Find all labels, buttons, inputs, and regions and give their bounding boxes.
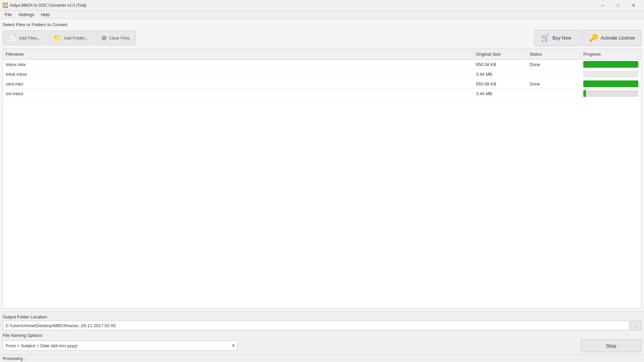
file-list-container: Filename Original Size Status Progress I…: [3, 49, 641, 309]
add-files-icon: 📄: [8, 34, 17, 42]
menu-bar: File Settings Help: [0, 11, 644, 19]
cell-size: 650.58 KB: [473, 80, 527, 88]
status-bar: Processing...: [0, 355, 644, 362]
app-icon: 📧: [3, 3, 8, 8]
cell-filename: sent.mbx: [3, 80, 473, 88]
progress-bar-container: [583, 90, 638, 97]
table-row: Intuit.mbox3.44 MB: [3, 69, 641, 79]
menu-settings[interactable]: Settings: [15, 11, 38, 18]
progress-bar-fill: [583, 80, 638, 87]
cell-size: 650.58 KB: [473, 60, 527, 69]
cell-size: 3.44 MB: [473, 89, 527, 98]
naming-row: From + Subject + Date (dd-mm-yyyy)Subjec…: [3, 339, 641, 352]
cell-progress: [581, 69, 641, 79]
column-size: Original Size: [473, 50, 527, 58]
bottom-area: Output Folder Location ... File Naming O…: [0, 311, 644, 355]
add-folder-button[interactable]: 📁 Add Folder...: [48, 31, 94, 45]
buy-now-button[interactable]: 🛒 Buy Now: [534, 30, 581, 46]
progress-bar-empty: [583, 71, 638, 77]
table-row: Inbox.mbx650.58 KBDone: [3, 60, 641, 69]
add-files-button[interactable]: 📄 Add Files...: [3, 31, 46, 45]
browse-button[interactable]: ...: [631, 321, 641, 330]
progress-bar-fill: [583, 90, 586, 97]
table-row: snt.mbox3.44 MB: [3, 89, 641, 99]
file-list-header: Filename Original Size Status Progress: [3, 49, 641, 60]
app-title: Indya MBOX to DOC Converter v2.0 (Trial): [10, 3, 595, 8]
cell-filename: Intuit.mbox: [3, 70, 473, 78]
clear-files-button[interactable]: ⊗ Clear Files: [96, 31, 136, 45]
column-status: Status: [527, 50, 581, 58]
title-bar: 📧 Indya MBOX to DOC Converter v2.0 (Tria…: [0, 0, 644, 11]
activate-license-button[interactable]: 🔑 Activate License: [583, 30, 641, 46]
column-filename: Filename: [3, 50, 473, 58]
maximize-button[interactable]: □: [610, 0, 626, 11]
cell-status: [527, 92, 581, 95]
menu-help[interactable]: Help: [38, 11, 53, 18]
progress-bar-container: [583, 61, 638, 68]
file-list-body: Inbox.mbx650.58 KBDoneIntuit.mbox3.44 MB…: [3, 60, 641, 308]
add-folder-label: Add Folder...: [64, 36, 89, 41]
cell-status: Done: [527, 60, 581, 69]
cell-filename: Inbox.mbx: [3, 60, 473, 69]
cell-size: 3.44 MB: [473, 70, 527, 78]
key-icon: 🔑: [589, 34, 598, 42]
app-body: Select Files or Folders to Convert 📄 Add…: [0, 19, 644, 311]
naming-select[interactable]: From + Subject + Date (dd-mm-yyyy)Subjec…: [3, 341, 237, 351]
output-row: ...: [3, 321, 641, 330]
naming-select-wrapper: From + Subject + Date (dd-mm-yyyy)Subjec…: [3, 341, 237, 351]
cell-status: Done: [527, 80, 581, 88]
minimize-button[interactable]: ─: [595, 0, 610, 11]
progress-bar-container: [583, 80, 638, 87]
cell-progress: [581, 60, 641, 69]
close-button[interactable]: ✕: [626, 0, 641, 11]
add-files-label: Add Files...: [19, 36, 41, 41]
cell-progress: [581, 89, 641, 98]
cell-filename: snt.mbox: [3, 89, 473, 98]
clear-files-label: Clear Files: [109, 36, 130, 41]
status-text: Processing...: [3, 356, 26, 361]
cell-progress: [581, 79, 641, 88]
file-naming-label: File Naming Options: [3, 333, 641, 338]
menu-file[interactable]: File: [1, 11, 15, 18]
add-folder-icon: 📁: [53, 34, 62, 42]
buy-now-label: Buy Now: [552, 35, 571, 41]
output-folder-label: Output Folder Location: [3, 314, 641, 319]
activate-license-label: Activate License: [601, 35, 635, 41]
stop-button[interactable]: Stop: [581, 339, 641, 352]
table-row: sent.mbx650.58 KBDone: [3, 79, 641, 89]
cell-status: [527, 72, 581, 76]
column-progress: Progress: [581, 50, 641, 58]
window-controls: ─ □ ✕: [595, 0, 641, 11]
toolbar: 📄 Add Files... 📁 Add Folder... ⊗ Clear F…: [3, 30, 641, 46]
select-label: Select Files or Folders to Convert: [3, 21, 641, 28]
cart-icon: 🛒: [541, 34, 550, 42]
clear-files-icon: ⊗: [101, 34, 107, 42]
output-folder-input[interactable]: [3, 321, 629, 330]
progress-bar-fill: [583, 61, 638, 68]
